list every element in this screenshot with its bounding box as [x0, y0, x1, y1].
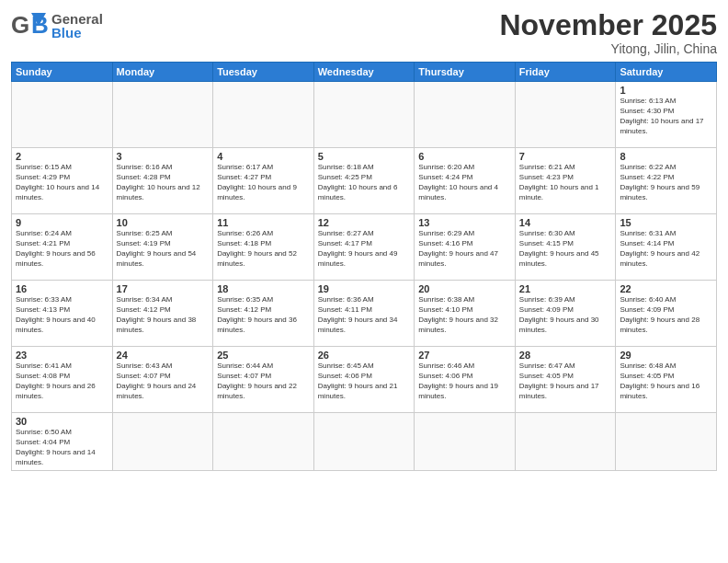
month-title: November 2025	[499, 9, 717, 41]
day-info: Sunrise: 6:43 AMSunset: 4:07 PMDaylight:…	[117, 362, 210, 401]
calendar-cell: 8Sunrise: 6:22 AMSunset: 4:22 PMDaylight…	[616, 148, 717, 214]
day-info: Sunrise: 6:29 AMSunset: 4:16 PMDaylight:…	[418, 229, 511, 269]
day-info: Sunrise: 6:18 AMSunset: 4:25 PMDaylight:…	[318, 163, 411, 202]
calendar-cell: 25Sunrise: 6:44 AMSunset: 4:07 PMDayligh…	[213, 347, 314, 413]
calendar-cell: 13Sunrise: 6:29 AMSunset: 4:16 PMDayligh…	[415, 214, 516, 281]
day-number: 25	[217, 350, 310, 361]
day-info: Sunrise: 6:40 AMSunset: 4:09 PMDaylight:…	[620, 295, 712, 335]
calendar-cell: 22Sunrise: 6:40 AMSunset: 4:09 PMDayligh…	[616, 281, 717, 347]
calendar-cell: 4Sunrise: 6:17 AMSunset: 4:27 PMDaylight…	[213, 148, 314, 214]
calendar-header-row: SundayMondayTuesdayWednesdayThursdayFrid…	[12, 63, 717, 82]
day-header-saturday: Saturday	[616, 63, 717, 82]
day-number: 20	[418, 283, 511, 294]
calendar-cell: 12Sunrise: 6:27 AMSunset: 4:17 PMDayligh…	[313, 214, 415, 281]
calendar-week-3: 9Sunrise: 6:24 AMSunset: 4:21 PMDaylight…	[12, 214, 717, 281]
day-number: 15	[620, 217, 712, 228]
calendar-cell	[112, 413, 213, 471]
day-number: 3	[117, 151, 210, 162]
calendar-cell: 14Sunrise: 6:30 AMSunset: 4:15 PMDayligh…	[515, 214, 616, 281]
svg-text:G: G	[11, 11, 29, 39]
calendar-cell	[616, 413, 717, 471]
calendar-week-5: 23Sunrise: 6:41 AMSunset: 4:08 PMDayligh…	[12, 347, 717, 413]
day-info: Sunrise: 6:33 AMSunset: 4:13 PMDaylight:…	[16, 295, 108, 335]
calendar-cell: 21Sunrise: 6:39 AMSunset: 4:09 PMDayligh…	[515, 281, 616, 347]
logo-blue: Blue	[51, 26, 103, 40]
day-number: 29	[620, 350, 712, 361]
day-info: Sunrise: 6:30 AMSunset: 4:15 PMDaylight:…	[519, 229, 612, 269]
day-number: 5	[318, 151, 411, 162]
day-info: Sunrise: 6:38 AMSunset: 4:10 PMDaylight:…	[418, 295, 511, 335]
day-number: 16	[16, 283, 108, 294]
day-number: 14	[519, 217, 612, 228]
calendar-cell	[515, 413, 616, 471]
day-number: 28	[519, 350, 612, 361]
day-info: Sunrise: 6:22 AMSunset: 4:22 PMDaylight:…	[620, 163, 712, 202]
calendar-cell	[515, 82, 616, 148]
day-info: Sunrise: 6:20 AMSunset: 4:24 PMDaylight:…	[418, 163, 511, 202]
calendar-cell	[213, 82, 314, 148]
day-info: Sunrise: 6:36 AMSunset: 4:11 PMDaylight:…	[318, 295, 411, 335]
calendar-cell	[213, 413, 314, 471]
day-number: 9	[16, 217, 108, 228]
day-number: 11	[217, 217, 310, 228]
calendar-cell: 15Sunrise: 6:31 AMSunset: 4:14 PMDayligh…	[616, 214, 717, 281]
day-number: 21	[519, 283, 612, 294]
day-info: Sunrise: 6:34 AMSunset: 4:12 PMDaylight:…	[117, 295, 210, 335]
day-info: Sunrise: 6:13 AMSunset: 4:30 PMDaylight:…	[620, 97, 712, 136]
logo: G B General Blue	[11, 9, 103, 42]
day-number: 10	[117, 217, 210, 228]
calendar-cell: 11Sunrise: 6:26 AMSunset: 4:18 PMDayligh…	[213, 214, 314, 281]
calendar-cell	[313, 82, 415, 148]
logo-general: General	[51, 12, 103, 26]
day-info: Sunrise: 6:24 AMSunset: 4:21 PMDaylight:…	[16, 229, 108, 269]
calendar-cell: 10Sunrise: 6:25 AMSunset: 4:19 PMDayligh…	[112, 214, 213, 281]
day-header-thursday: Thursday	[415, 63, 516, 82]
day-header-sunday: Sunday	[12, 63, 113, 82]
day-number: 4	[217, 151, 310, 162]
day-number: 19	[318, 283, 411, 294]
calendar-week-1: 1Sunrise: 6:13 AMSunset: 4:30 PMDaylight…	[12, 82, 717, 148]
day-info: Sunrise: 6:44 AMSunset: 4:07 PMDaylight:…	[217, 362, 310, 401]
day-header-monday: Monday	[112, 63, 213, 82]
calendar-cell: 28Sunrise: 6:47 AMSunset: 4:05 PMDayligh…	[515, 347, 616, 413]
day-number: 2	[16, 151, 108, 162]
calendar-cell: 26Sunrise: 6:45 AMSunset: 4:06 PMDayligh…	[313, 347, 415, 413]
calendar-cell	[415, 413, 516, 471]
day-info: Sunrise: 6:41 AMSunset: 4:08 PMDaylight:…	[16, 362, 108, 401]
day-number: 12	[318, 217, 411, 228]
day-number: 8	[620, 151, 712, 162]
calendar-table: SundayMondayTuesdayWednesdayThursdayFrid…	[11, 62, 717, 471]
day-info: Sunrise: 6:21 AMSunset: 4:23 PMDaylight:…	[519, 163, 612, 202]
day-info: Sunrise: 6:17 AMSunset: 4:27 PMDaylight:…	[217, 163, 310, 202]
calendar-cell: 19Sunrise: 6:36 AMSunset: 4:11 PMDayligh…	[313, 281, 415, 347]
header: G B General Blue November 2025 Yitong, J…	[11, 9, 717, 56]
title-block: November 2025 Yitong, Jilin, China	[499, 9, 717, 56]
calendar-week-6: 30Sunrise: 6:50 AMSunset: 4:04 PMDayligh…	[12, 413, 717, 471]
calendar-cell: 27Sunrise: 6:46 AMSunset: 4:06 PMDayligh…	[415, 347, 516, 413]
calendar-cell: 2Sunrise: 6:15 AMSunset: 4:29 PMDaylight…	[12, 148, 113, 214]
calendar-cell	[112, 82, 213, 148]
calendar-cell: 1Sunrise: 6:13 AMSunset: 4:30 PMDaylight…	[616, 82, 717, 148]
day-info: Sunrise: 6:45 AMSunset: 4:06 PMDaylight:…	[318, 362, 411, 401]
day-info: Sunrise: 6:31 AMSunset: 4:14 PMDaylight:…	[620, 229, 712, 269]
calendar-cell: 30Sunrise: 6:50 AMSunset: 4:04 PMDayligh…	[12, 413, 113, 471]
day-info: Sunrise: 6:26 AMSunset: 4:18 PMDaylight:…	[217, 229, 310, 269]
day-number: 17	[117, 283, 210, 294]
day-number: 6	[418, 151, 511, 162]
calendar-cell: 3Sunrise: 6:16 AMSunset: 4:28 PMDaylight…	[112, 148, 213, 214]
day-info: Sunrise: 6:35 AMSunset: 4:12 PMDaylight:…	[217, 295, 310, 335]
logo-icon: G B	[11, 9, 50, 42]
day-number: 24	[117, 350, 210, 361]
day-info: Sunrise: 6:50 AMSunset: 4:04 PMDaylight:…	[16, 428, 108, 467]
logo-brand: G B General Blue	[11, 9, 103, 42]
calendar-cell: 24Sunrise: 6:43 AMSunset: 4:07 PMDayligh…	[112, 347, 213, 413]
calendar-cell: 9Sunrise: 6:24 AMSunset: 4:21 PMDaylight…	[12, 214, 113, 281]
day-info: Sunrise: 6:16 AMSunset: 4:28 PMDaylight:…	[117, 163, 210, 202]
day-info: Sunrise: 6:48 AMSunset: 4:05 PMDaylight:…	[620, 362, 712, 401]
day-number: 1	[620, 85, 712, 96]
calendar-page: G B General Blue November 2025 Yitong, J…	[0, 0, 728, 563]
day-header-wednesday: Wednesday	[313, 63, 415, 82]
calendar-cell: 18Sunrise: 6:35 AMSunset: 4:12 PMDayligh…	[213, 281, 314, 347]
day-number: 13	[418, 217, 511, 228]
day-info: Sunrise: 6:15 AMSunset: 4:29 PMDaylight:…	[16, 163, 108, 202]
